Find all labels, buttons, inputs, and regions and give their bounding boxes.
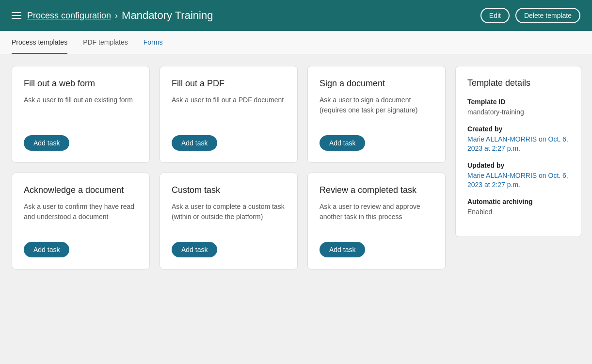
header-left: Process configuration › Mandatory Traini…: [12, 9, 213, 22]
add-task-review-completed[interactable]: Add task: [320, 242, 365, 257]
task-card-acknowledge-document: Acknowledge a document Ask a user to con…: [12, 173, 150, 269]
add-task-sign-document[interactable]: Add task: [320, 135, 365, 151]
updated-by-group: Updated by Marie ALLAN-MORRIS on Oct. 6,…: [467, 161, 569, 190]
task-card-custom-task: Custom task Ask a user to complete a cus…: [160, 173, 298, 269]
template-id-value: mandatory-training: [467, 108, 569, 117]
archiving-value: Enabled: [467, 207, 569, 217]
template-id-group: Template ID mandatory-training: [467, 98, 569, 117]
edit-button[interactable]: Edit: [480, 8, 510, 23]
card-description-acknowledge-document: Ask a user to confirm they have read and…: [24, 202, 138, 232]
card-title-acknowledge-document: Acknowledge a document: [24, 185, 138, 196]
archiving-group: Automatic archiving Enabled: [467, 198, 569, 217]
tab-process-templates[interactable]: Process templates: [12, 32, 67, 54]
breadcrumb: Process configuration › Mandatory Traini…: [27, 9, 213, 22]
archiving-label: Automatic archiving: [467, 198, 569, 206]
card-title-custom-task: Custom task: [172, 185, 286, 196]
delete-template-button[interactable]: Delete template: [515, 8, 580, 23]
task-card-fill-pdf: Fill out a PDF Ask a user to fill out a …: [160, 66, 298, 163]
card-title-sign-document: Sign a document: [320, 78, 433, 89]
template-details-heading: Template details: [467, 78, 569, 88]
card-description-custom-task: Ask a user to complete a custom task (wi…: [172, 202, 286, 232]
add-task-fill-web-form[interactable]: Add task: [24, 135, 69, 151]
card-title-review-completed: Review a completed task: [320, 185, 433, 196]
breadcrumb-separator: ›: [115, 11, 118, 21]
task-cards-grid: Fill out a web form Ask a user to fill o…: [12, 66, 446, 269]
app-header: Process configuration › Mandatory Traini…: [0, 0, 592, 31]
add-task-custom-task[interactable]: Add task: [172, 242, 217, 257]
task-card-sign-document: Sign a document Ask a user to sign a doc…: [307, 66, 446, 163]
created-by-label: Created by: [467, 125, 569, 133]
card-description-sign-document: Ask a user to sign a document (requires …: [320, 95, 433, 126]
card-description-fill-web-form: Ask a user to fill out an existing form: [24, 95, 138, 126]
task-card-fill-web-form: Fill out a web form Ask a user to fill o…: [12, 66, 150, 163]
tab-pdf-templates[interactable]: PDF templates: [83, 32, 128, 54]
add-task-acknowledge-document[interactable]: Add task: [24, 242, 69, 257]
card-description-fill-pdf: Ask a user to fill out a PDF document: [172, 95, 286, 126]
add-task-fill-pdf[interactable]: Add task: [172, 135, 217, 151]
updated-by-label: Updated by: [467, 161, 569, 169]
main-content: Fill out a web form Ask a user to fill o…: [0, 54, 592, 281]
card-description-review-completed: Ask a user to review and approve another…: [320, 202, 433, 232]
hamburger-menu[interactable]: [12, 12, 21, 19]
created-by-group: Created by Marie ALLAN-MORRIS on Oct. 6,…: [467, 125, 569, 154]
tabs-bar: Process templates PDF templates Forms: [0, 31, 592, 54]
page-title: Mandatory Training: [122, 9, 213, 22]
created-by-value: Marie ALLAN-MORRIS on Oct. 6, 2023 at 2:…: [467, 135, 569, 154]
card-title-fill-web-form: Fill out a web form: [24, 78, 138, 89]
card-title-fill-pdf: Fill out a PDF: [172, 78, 286, 89]
task-card-review-completed: Review a completed task Ask a user to re…: [307, 173, 446, 269]
header-actions: Edit Delete template: [480, 8, 580, 23]
template-id-label: Template ID: [467, 98, 569, 106]
template-details-panel: Template details Template ID mandatory-t…: [455, 66, 581, 237]
breadcrumb-link[interactable]: Process configuration: [27, 11, 111, 21]
updated-by-value: Marie ALLAN-MORRIS on Oct. 6, 2023 at 2:…: [467, 171, 569, 190]
tab-forms[interactable]: Forms: [144, 32, 163, 54]
